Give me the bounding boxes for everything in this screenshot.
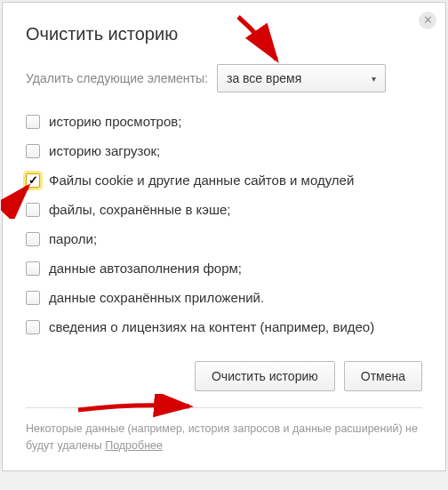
period-label: Удалить следующие элементы:	[26, 71, 208, 85]
checkbox-icon[interactable]	[26, 144, 40, 158]
checkbox-label: данные сохранённых приложений.	[49, 290, 264, 305]
chevron-down-icon: ▾	[372, 74, 376, 84]
checkbox-label: файлы, сохранённые в кэше;	[49, 202, 231, 217]
clear-history-button[interactable]: Очистить историю	[195, 361, 335, 391]
footer-note: Некоторые данные (например, история запр…	[26, 407, 422, 454]
footer-text: Некоторые данные (например, история запр…	[26, 422, 418, 452]
clear-history-dialog: ✕ Очистить историю Удалить следующие эле…	[2, 2, 446, 471]
checkbox-label: историю просмотров;	[49, 114, 181, 129]
checkbox-icon[interactable]	[26, 261, 40, 276]
period-select-value: за все время	[227, 71, 301, 85]
checkbox-row[interactable]: данные сохранённых приложений.	[26, 290, 422, 305]
footer-link[interactable]: Подробнее	[105, 439, 163, 452]
close-icon[interactable]: ✕	[419, 12, 436, 29]
checkbox-row[interactable]: сведения о лицензиях на контент (наприме…	[26, 319, 422, 334]
checkbox-icon[interactable]	[26, 291, 40, 305]
checkbox-label: пароли;	[49, 231, 97, 246]
cancel-button[interactable]: Отмена	[344, 361, 422, 391]
checkbox-row[interactable]: данные автозаполнения форм;	[26, 261, 422, 276]
checkbox-label: историю загрузок;	[49, 143, 160, 158]
period-select[interactable]: за все время ▾	[217, 64, 386, 92]
checkbox-icon[interactable]	[26, 203, 40, 217]
checkbox-icon[interactable]	[26, 115, 40, 129]
checkbox-label: Файлы cookie и другие данные сайтов и мо…	[49, 173, 354, 188]
checkbox-label: данные автозаполнения форм;	[49, 261, 242, 276]
checkbox-icon[interactable]: ✓	[26, 173, 40, 188]
checkbox-row[interactable]: пароли;	[26, 231, 422, 246]
dialog-title: Очистить историю	[26, 24, 422, 44]
checkbox-icon[interactable]	[26, 320, 40, 334]
checkbox-icon[interactable]	[26, 232, 40, 246]
checkbox-row[interactable]: файлы, сохранённые в кэше;	[26, 202, 422, 217]
checkbox-list: историю просмотров;историю загрузок;✓Фай…	[26, 114, 422, 334]
checkbox-row[interactable]: историю просмотров;	[26, 114, 422, 129]
button-row: Очистить историю Отмена	[26, 361, 422, 391]
checkbox-row[interactable]: историю загрузок;	[26, 143, 422, 158]
period-row: Удалить следующие элементы: за все время…	[26, 64, 422, 92]
checkbox-label: сведения о лицензиях на контент (наприме…	[49, 319, 374, 334]
checkbox-row[interactable]: ✓Файлы cookie и другие данные сайтов и м…	[26, 173, 422, 188]
